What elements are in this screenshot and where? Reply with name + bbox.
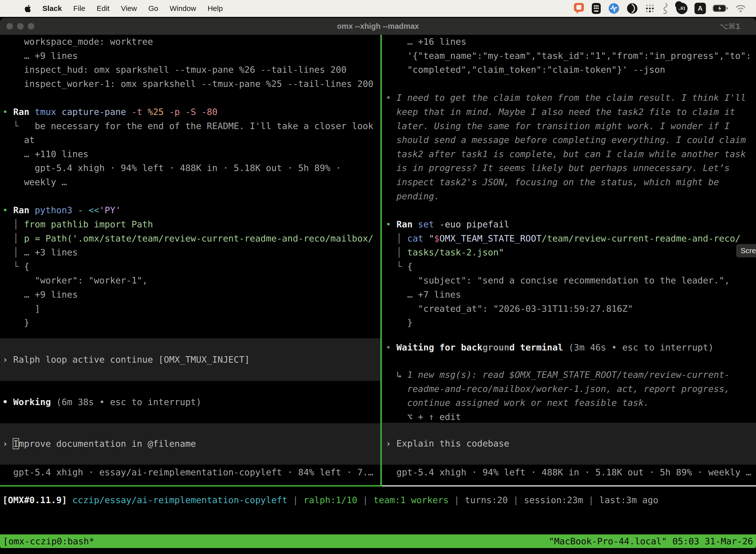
terminal-line: later. Using the same for transition mig… [386, 119, 756, 133]
pane-divider[interactable] [380, 35, 382, 485]
terminal-text-segment: › [386, 438, 396, 448]
window-shortcut-hint: ⌥⌘1 [719, 18, 741, 35]
right-waiting-status: • Waiting for background terminal (3m 46… [382, 340, 756, 355]
chat-bubble-icon[interactable] [573, 2, 584, 14]
terminal-text-segment: • [386, 342, 396, 352]
desktop-screen: Slack File Edit View Go Window Help [0, 0, 756, 554]
terminal-line: › Explain this codebase [386, 437, 509, 451]
terminal-text-segment: workspace_mode: worktree [2, 37, 153, 47]
terminal-line: │ … +3 lines [2, 245, 380, 260]
terminal-text-segment: '{"team_name":"my-team","task_id":"1","f… [386, 51, 751, 61]
terminal-line: • Waiting for background terminal (3m 46… [386, 340, 756, 355]
terminal-text-segment: turns:20 [465, 495, 508, 505]
keyboard-icon[interactable] [591, 2, 601, 14]
terminal-text-segment: └ [386, 261, 407, 272]
terminal-line: ⌥ + ↑ edit [386, 410, 756, 424]
terminal-text-segment: is in progress? It seems likely but perh… [396, 163, 730, 173]
battery-icon[interactable] [713, 4, 728, 12]
terminal-text-segment: I [13, 439, 19, 449]
terminal-text-segment: " [429, 233, 434, 243]
menu-left: Slack File Edit View Go Window Help [0, 4, 223, 13]
terminal-text-segment: { [407, 261, 413, 272]
left-composer-input[interactable]: › Improve documentation in @filename [0, 423, 380, 465]
badge-61-icon[interactable]: ..61 [676, 3, 688, 14]
terminal-line: is in progress? It seems likely but perh… [386, 161, 756, 175]
terminal-text-segment: team:1 workers [374, 495, 449, 505]
left-pane-scrollback: workspace_mode: worktree … +9 lines insp… [0, 35, 380, 330]
dots-grid-icon[interactable] [645, 3, 655, 13]
window-titlebar[interactable]: omx --xhigh --madmax ⌥⌘1 [0, 18, 756, 35]
terminal-text-segment [386, 149, 396, 159]
terminal-text-segment: tasks/task-2.json [407, 247, 499, 258]
letter-a-icon[interactable]: A [694, 3, 706, 14]
terminal-text-segment: | [508, 495, 524, 505]
apple-menu[interactable] [24, 5, 31, 12]
terminal-text-segment: › [2, 439, 13, 449]
terminal-text-segment: tmux [35, 107, 62, 117]
chat-bubble-glyph [573, 2, 584, 14]
terminal-line: readme-and-reco/mailbox/worker-1.json, a… [386, 382, 756, 396]
terminal-text-segment: should send a message before completing … [396, 135, 746, 145]
terminal-text-segment: | [288, 495, 304, 505]
terminal-text-segment: • [386, 219, 396, 229]
left-ralph-loop-band[interactable]: › Ralph loop active continue [OMX_TMUX_I… [0, 338, 380, 381]
wifi-icon[interactable] [735, 4, 746, 13]
terminal-text-segment: - [78, 205, 88, 215]
terminal-line: ↳ 1 new msg(s): read $OMX_TEAM_STATE_ROO… [386, 368, 756, 382]
menu-item-view[interactable]: View [121, 4, 137, 13]
terminal-text-segment: } [2, 318, 29, 328]
terminal-line: inspect_worker-1: omx sparkshell --tmux-… [2, 77, 380, 91]
terminal-text-segment: readme-and-reco/mailbox/worker-1.json, a… [386, 384, 730, 394]
menu-item-file[interactable]: File [73, 4, 85, 13]
terminal-text-segment: Working [13, 397, 56, 407]
right-mailbox-message: ↳ 1 new msg(s): read $OMX_TEAM_STATE_ROO… [382, 368, 756, 424]
terminal-line: weekly … [2, 175, 380, 189]
terminal-line: … +9 lines [2, 49, 380, 63]
menu-item-edit[interactable]: Edit [97, 4, 110, 13]
terminal-text-segment: << [88, 205, 99, 215]
right-pane-border [382, 485, 756, 487]
terminal-text-segment: … +9 lines [2, 51, 78, 61]
menu-item-slack[interactable]: Slack [43, 4, 62, 13]
terminal-text-segment: 'PY' [99, 205, 121, 215]
terminal-content: workspace_mode: worktree … +9 lines insp… [0, 35, 756, 535]
screen-overlay-button[interactable]: Scre [736, 244, 756, 258]
left-working-status: • Working (6m 38s • esc to interrupt) [0, 395, 380, 409]
terminal-text-segment [386, 107, 396, 117]
menu-item-help[interactable]: Help [208, 4, 223, 13]
terminal-line: pending. [386, 189, 756, 204]
terminal-line [2, 91, 380, 105]
menu-bar: Slack File Edit View Go Window Help [0, 0, 756, 17]
terminal-line: • Working (6m 38s • esc to interrupt) [2, 395, 380, 409]
terminal-text-segment: Explain this codebase [396, 438, 509, 448]
terminal-window: omx --xhigh --madmax ⌥⌘1 workspace_mode:… [0, 18, 756, 549]
terminal-line: "worker": "worker-1", [2, 274, 380, 288]
terminal-text-segment: │ [386, 233, 407, 243]
terminal-text-segment: └ [2, 261, 24, 272]
menu-item-window[interactable]: Window [170, 4, 196, 13]
terminal-line [2, 189, 380, 204]
left-pane-border [0, 485, 382, 487]
terminal-text-segment: from pathlib import Path [24, 219, 153, 229]
terminal-text-segment: │ [2, 233, 24, 243]
pulse-icon[interactable] [608, 3, 620, 14]
terminal-text-segment: ] [2, 303, 40, 314]
terminal-line: • I need to get the claim token from the… [386, 91, 756, 105]
terminal-text-segment: • [2, 205, 13, 215]
crescent-icon[interactable] [627, 3, 638, 14]
right-composer-input[interactable]: › Explain this codebase [382, 423, 756, 465]
terminal-line: └ be necessary for the end of the README… [2, 119, 380, 133]
terminal-text-segment: gpt-5.4 xhigh · essay/ai-reimplementatio… [2, 467, 374, 477]
terminal-line: └ { [386, 260, 756, 274]
tmux-status-bar: [omx-cczip0:bash* "MacBook-Pro-44.local"… [0, 535, 756, 548]
terminal-text-segment [386, 121, 396, 131]
menu-item-go[interactable]: Go [148, 4, 158, 13]
terminal-text-segment: Ran [396, 219, 418, 229]
hook-icon[interactable] [662, 2, 669, 14]
hook-glyph [662, 2, 669, 14]
terminal-text-segment: OMX_TEAM_STATE_ROOT [440, 233, 542, 243]
terminal-text-segment [386, 177, 396, 187]
terminal-line: … +16 lines [386, 35, 756, 49]
terminal-text-segment: │ [2, 219, 24, 229]
terminal-text-segment [386, 135, 396, 145]
